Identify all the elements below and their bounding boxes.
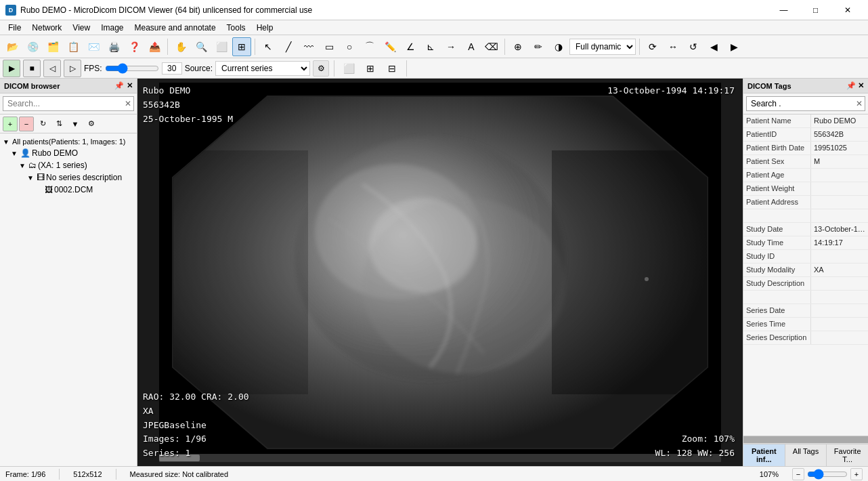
tag-value-study-date: 13-October-1994 <box>811 223 868 236</box>
fps-label: FPS: <box>84 64 102 73</box>
menu-tools[interactable]: Tools <box>221 20 251 35</box>
fps-slider[interactable] <box>105 63 159 74</box>
cd-button[interactable]: 💿 <box>23 37 42 56</box>
tags-pin-icon[interactable]: 📌 <box>846 81 856 89</box>
series-icon: 🎞 <box>37 173 45 182</box>
rect-tool[interactable]: ▭ <box>320 37 339 56</box>
crosshair-icon[interactable]: ⊕ <box>508 37 527 56</box>
browser-add-button[interactable]: + <box>3 117 18 131</box>
sep4 <box>639 39 640 55</box>
rotate-tool[interactable]: ⟳ <box>643 37 662 56</box>
angle2-tool[interactable]: ⊾ <box>421 37 440 56</box>
status-dimensions: 512x512 <box>73 470 102 478</box>
zoom-fit-tool[interactable]: ⊞ <box>232 37 251 56</box>
angle-tool[interactable]: ∠ <box>401 37 420 56</box>
tag-row-study-desc: Study Description <box>743 277 868 291</box>
help-button[interactable]: ❓ <box>125 37 144 56</box>
open-button[interactable]: 📂 <box>3 37 22 56</box>
close-button[interactable]: ✕ <box>832 0 863 20</box>
email-button[interactable]: ✉️ <box>84 37 103 56</box>
wl-tool[interactable]: ◑ <box>549 37 568 56</box>
freehand-tool[interactable]: ✏️ <box>381 37 399 56</box>
select-tool[interactable]: ↖ <box>259 37 278 56</box>
tags-tab-favorites[interactable]: Favorite T... <box>827 444 868 466</box>
next-frame-button[interactable]: ▷ <box>64 60 81 77</box>
zoom-in-tool[interactable]: 🔍 <box>192 37 211 56</box>
layout-single-button[interactable]: ⬜ <box>339 59 358 78</box>
pan-tool[interactable]: ✋ <box>171 37 190 56</box>
maximize-button[interactable]: □ <box>800 0 831 20</box>
fps-value-input[interactable] <box>162 62 182 75</box>
zoom-in-status-button[interactable]: + <box>850 468 863 480</box>
tree-all-patients[interactable]: ▼ All patients(Patients: 1, Images: 1) <box>0 136 137 147</box>
browser-settings-button[interactable]: ⚙ <box>84 117 99 131</box>
tags-tab-all-tags[interactable]: All Tags <box>785 444 827 466</box>
prev-frame-button[interactable]: ◁ <box>43 60 61 77</box>
circle-tool[interactable]: ○ <box>340 37 359 56</box>
wl-preset-select[interactable]: Full dynamic Custom Bone Lung <box>569 39 636 55</box>
tree-image[interactable]: 🖼 0002.DCM <box>0 184 137 196</box>
nav-next-tool[interactable]: ▶ <box>724 37 743 56</box>
browser-sort-button[interactable]: ⇅ <box>51 117 66 131</box>
browser-del-button[interactable]: − <box>19 117 34 131</box>
print-button[interactable]: 🖨️ <box>104 37 123 56</box>
window-controls: — □ ✕ <box>768 0 863 20</box>
cine-settings-button[interactable]: ⚙ <box>313 60 329 77</box>
browser-search-input[interactable] <box>3 96 134 111</box>
menu-file[interactable]: File <box>3 20 26 35</box>
minimize-button[interactable]: — <box>768 0 799 20</box>
export-button[interactable]: 📤 <box>145 37 164 56</box>
browser-close-icon[interactable]: ✕ <box>127 81 133 90</box>
text-tool[interactable]: A <box>462 37 481 56</box>
flip-h-tool[interactable]: ↔ <box>664 37 682 56</box>
layout-expand-button[interactable]: ⊟ <box>383 59 402 78</box>
tags-close-icon[interactable]: ✕ <box>858 81 864 89</box>
tag-value-patient-address <box>811 196 868 209</box>
svg-rect-11 <box>159 454 721 462</box>
stop-button[interactable]: ■ <box>23 60 41 77</box>
tree-series[interactable]: ▼ 🎞 No series description <box>0 171 137 184</box>
menu-image[interactable]: Image <box>95 20 129 35</box>
cine-toolbar: ▶ ■ ◁ ▷ FPS: Source: Current series All … <box>0 58 868 79</box>
tags-search-input[interactable] <box>746 96 865 111</box>
zoom-rect-tool[interactable]: ⬜ <box>212 37 231 56</box>
curve-tool[interactable]: ⌒ <box>360 37 379 56</box>
zoom-out-status-button[interactable]: − <box>792 468 804 480</box>
arrow-tool[interactable]: → <box>441 37 460 56</box>
tag-section-1 <box>743 209 868 223</box>
menu-measure-annotate[interactable]: Measure and annotate <box>129 20 221 35</box>
menu-help[interactable]: Help <box>251 20 279 35</box>
source-select[interactable]: Current series All series Selected serie… <box>215 61 310 76</box>
menu-network[interactable]: Network <box>26 20 67 35</box>
source-label: Source: <box>185 64 213 73</box>
tag-row-patient-name: Patient Name Rubo DEMO <box>743 114 868 128</box>
tree-study[interactable]: ▼ 🗂 (XA: 1 series) <box>0 159 137 171</box>
browser-search-clear[interactable]: ✕ <box>125 99 131 108</box>
tags-tab-patient-info[interactable]: Patient inf... <box>743 444 785 466</box>
tree-patient-rubo[interactable]: ▼ 👤 Rubo DEMO <box>0 147 137 159</box>
tag-label-series-date: Series Date <box>743 304 811 317</box>
nav-prev-tool[interactable]: ◀ <box>704 37 723 56</box>
layout-grid-button[interactable]: ⊞ <box>361 59 380 78</box>
tag-label-study-id: Study ID <box>743 250 811 263</box>
browser-toolbar: + − ↻ ⇅ ▼ ⚙ <box>0 114 137 133</box>
browser-refresh-button[interactable]: ↻ <box>35 117 50 131</box>
tag-row-study-date: Study Date 13-October-1994 <box>743 223 868 236</box>
image-viewer[interactable]: Rubo DEMO 556342B 25-October-1995 M 13-O… <box>137 79 743 466</box>
tags-scrollbar[interactable] <box>743 436 868 444</box>
browser-menu-button[interactable]: ▼ <box>68 117 83 131</box>
import-button[interactable]: 🗂️ <box>43 37 62 56</box>
eraser-tool[interactable]: ⌫ <box>482 37 501 56</box>
status-measured-size: Measured size: Not calibrated <box>130 470 229 478</box>
tags-search-clear[interactable]: ✕ <box>856 99 863 108</box>
reset-tool[interactable]: ↺ <box>684 37 703 56</box>
dicomdir-button[interactable]: 📋 <box>64 37 83 56</box>
menu-view[interactable]: View <box>67 20 95 35</box>
pencil-tool[interactable]: ✏ <box>529 37 548 56</box>
svg-rect-8 <box>552 150 708 394</box>
polyline-tool[interactable]: 〰 <box>299 37 318 56</box>
play-button[interactable]: ▶ <box>3 60 20 77</box>
browser-pin-icon[interactable]: 📌 <box>114 81 124 90</box>
zoom-slider[interactable] <box>807 469 848 480</box>
line-tool[interactable]: ╱ <box>279 37 298 56</box>
